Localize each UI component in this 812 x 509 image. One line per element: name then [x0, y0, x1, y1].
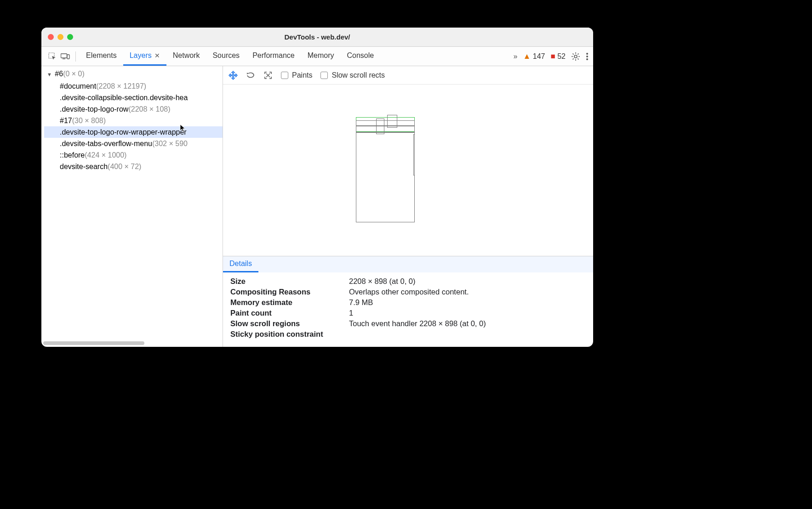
tab-sources[interactable]: Sources: [206, 47, 246, 66]
tab-layers[interactable]: Layers ✕: [123, 47, 166, 66]
layer-outline[interactable]: [356, 132, 415, 222]
reset-view-icon[interactable]: [263, 72, 273, 79]
checkbox-icon: [281, 72, 288, 79]
tab-network-label: Network: [173, 51, 200, 60]
tree-item-selected[interactable]: .devsite-top-logo-row-wrapper-wrapper: [44, 126, 223, 138]
left-horizontal-scrollbar[interactable]: [43, 341, 221, 345]
right-pane: Paints Slow scroll rects Details: [223, 66, 593, 347]
zoom-window-button[interactable]: [67, 34, 73, 40]
detail-row: Slow scroll regionsTouch event handler 2…: [230, 318, 586, 329]
warnings-count: 147: [533, 52, 545, 60]
layer-outline[interactable]: [376, 119, 384, 134]
tab-console[interactable]: Console: [341, 47, 381, 66]
tree-root-dim: (0 × 0): [63, 70, 85, 78]
tree-item-dim: (30 × 808): [72, 117, 106, 124]
tab-layers-label: Layers: [130, 51, 152, 60]
detail-row: Compositing ReasonsOverlaps other compos…: [230, 287, 586, 297]
svg-rect-1: [61, 54, 67, 58]
warnings-badge[interactable]: ▲ 147: [523, 52, 545, 61]
issues-group: » ▲ 147 ■ 52: [514, 52, 589, 61]
tab-memory[interactable]: Memory: [301, 47, 341, 66]
tab-console-label: Console: [347, 51, 374, 60]
window-title: DevTools - web.dev/: [41, 33, 593, 41]
layer-outline[interactable]: [387, 115, 397, 128]
tree-item[interactable]: devsite-search(400 × 72): [44, 161, 223, 172]
tree-item[interactable]: #17(30 × 808): [44, 115, 223, 126]
tree-item-label: ::before: [60, 151, 85, 159]
pan-tool-icon[interactable]: [229, 71, 238, 80]
checkbox-icon: [320, 72, 328, 79]
paints-label: Paints: [292, 71, 312, 79]
detail-value: Touch event handler 2208 × 898 (at 0, 0): [349, 319, 586, 328]
svg-line-10: [578, 58, 578, 59]
tree-item-label: .devsite-tabs-overflow-menu: [60, 140, 152, 147]
tabbar-divider: [75, 51, 76, 62]
svg-point-15: [586, 58, 588, 60]
detail-key: Memory estimate: [230, 298, 349, 307]
tab-elements-label: Elements: [86, 51, 117, 60]
devtools-window: DevTools - web.dev/ Elements Layers ✕ Ne…: [41, 28, 593, 347]
detail-value: Overlaps other composited content.: [349, 288, 586, 296]
window-controls: [48, 34, 73, 40]
tab-sources-label: Sources: [212, 51, 240, 60]
layer-outline[interactable]: [356, 120, 415, 126]
tab-network[interactable]: Network: [166, 47, 206, 66]
tree-root-label: #6: [55, 70, 63, 78]
detail-row: Paint count1: [230, 308, 586, 318]
svg-line-9: [573, 53, 574, 54]
slow-scroll-checkbox[interactable]: Slow scroll rects: [320, 71, 385, 79]
tabs-overflow-icon[interactable]: »: [514, 52, 518, 61]
detail-value: 7.9 MB: [349, 298, 586, 307]
tree-item-label: #document: [60, 82, 96, 90]
layers-3d-canvas[interactable]: [223, 85, 593, 256]
layer-outline[interactable]: [356, 126, 415, 132]
scrollbar-thumb[interactable]: [43, 341, 144, 345]
tree-item-label: .devsite-top-logo-row: [60, 105, 128, 113]
svg-point-4: [574, 55, 577, 58]
tree-item[interactable]: #document(2208 × 12197): [44, 80, 223, 92]
detail-key: Size: [230, 277, 349, 286]
tree-item-dim: (2208 × 12197): [96, 82, 146, 90]
detail-value: [349, 330, 586, 339]
detail-key: Slow scroll regions: [230, 319, 349, 328]
details-body: Size2208 × 898 (at 0, 0) Compositing Rea…: [223, 272, 593, 347]
tree-root[interactable]: #6(0 × 0): [44, 68, 223, 80]
layer-outline[interactable]: [413, 134, 415, 175]
minimize-window-button[interactable]: [57, 34, 63, 40]
svg-rect-3: [67, 55, 69, 59]
detail-row: Sticky position constraint: [230, 329, 586, 339]
tab-elements[interactable]: Elements: [80, 47, 123, 66]
tree-item[interactable]: .devsite-top-logo-row(2208 × 108): [44, 103, 223, 115]
svg-rect-2: [63, 58, 65, 59]
tree-item-label: .devsite-top-logo-row-wrapper-wrapper: [60, 128, 187, 136]
main-tabbar: Elements Layers ✕ Network Sources Perfor…: [41, 47, 593, 66]
detail-key: Sticky position constraint: [230, 330, 349, 339]
detail-key: Paint count: [230, 309, 349, 317]
rotate-tool-icon[interactable]: [246, 72, 255, 79]
paints-checkbox[interactable]: Paints: [281, 71, 312, 79]
slow-scroll-label: Slow scroll rects: [332, 71, 385, 79]
tree-item[interactable]: .devsite-tabs-overflow-menu(302 × 590: [44, 138, 223, 149]
tree-item-dim: (2208 × 108): [128, 105, 170, 113]
svg-line-11: [573, 58, 574, 59]
tree-item[interactable]: .devsite-collapsible-section.devsite-hea: [44, 92, 223, 103]
svg-line-12: [578, 53, 578, 54]
errors-count: 52: [557, 52, 566, 60]
device-toggle-icon[interactable]: [59, 50, 72, 63]
tab-memory-label: Memory: [308, 51, 334, 60]
close-tab-icon[interactable]: ✕: [154, 52, 160, 59]
detail-row: Size2208 × 898 (at 0, 0): [230, 276, 586, 287]
errors-badge[interactable]: ■ 52: [550, 52, 566, 61]
more-menu-icon[interactable]: [586, 52, 589, 61]
layers-tree-pane: #6(0 × 0) #document(2208 × 12197) .devsi…: [41, 66, 223, 347]
close-window-button[interactable]: [48, 34, 54, 40]
tree-item-label: devsite-search: [60, 163, 108, 170]
tree-item-label: .devsite-collapsible-section.devsite-hea: [60, 94, 188, 102]
inspect-element-icon[interactable]: [46, 50, 59, 63]
detail-row: Memory estimate7.9 MB: [230, 297, 586, 308]
tree-item[interactable]: ::before(424 × 1000): [44, 149, 223, 161]
details-tab[interactable]: Details: [223, 256, 258, 272]
settings-gear-icon[interactable]: [571, 52, 580, 61]
detail-key: Compositing Reasons: [230, 288, 349, 296]
tab-performance[interactable]: Performance: [246, 47, 301, 66]
